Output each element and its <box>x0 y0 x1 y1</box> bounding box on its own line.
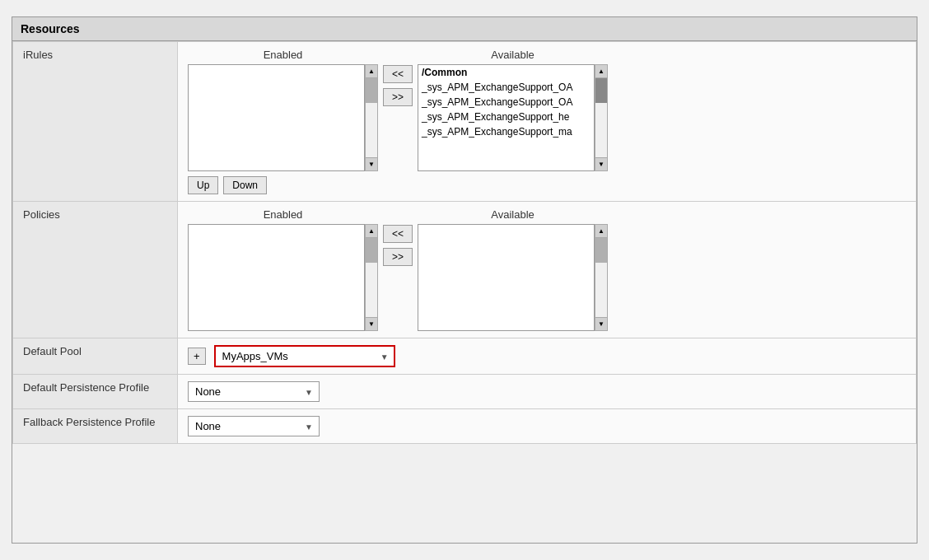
policies-move-left-button[interactable]: << <box>383 225 413 243</box>
fallback-persistence-label: Fallback Persistence Profile <box>13 409 178 444</box>
irules-content: Enabled ▲ ▼ <box>178 42 917 202</box>
policies-enabled-section: Enabled ▲ ▼ <box>188 208 378 331</box>
policies-enabled-listbox-wrapper: ▲ ▼ <box>188 224 378 331</box>
default-persistence-row: Default Persistence Profile None ▼ <box>13 375 917 409</box>
policies-row: Policies Enabled ▲ ▼ <box>13 202 917 338</box>
irules-available-scrollbar[interactable]: ▲ ▼ <box>595 64 608 171</box>
fallback-persistence-content: None ▼ <box>178 409 917 444</box>
policies-available-listbox[interactable] <box>418 224 595 331</box>
default-pool-select[interactable]: MyApps_VMs None <box>214 345 395 367</box>
default-persistence-select-wrapper: None ▼ <box>188 381 320 402</box>
policies-available-listbox-wrapper: ▲ ▼ <box>418 224 608 331</box>
irules-enabled-scroll-track <box>366 78 377 157</box>
policies-enabled-scrollbar[interactable]: ▲ ▼ <box>365 224 378 331</box>
irules-enabled-section: Enabled ▲ ▼ <box>188 49 378 171</box>
irules-available-item-4[interactable]: _sys_APM_ExchangeSupport_ma <box>418 124 594 139</box>
policies-content: Enabled ▲ ▼ <box>178 202 917 338</box>
panel-title: Resources <box>12 17 917 41</box>
policies-enabled-scroll-up[interactable]: ▲ <box>366 225 377 238</box>
policies-available-section: Available ▲ ▼ <box>418 208 608 331</box>
irules-available-item-2[interactable]: _sys_APM_ExchangeSupport_OA <box>418 95 594 110</box>
policies-dual-list: Enabled ▲ ▼ <box>188 208 906 331</box>
policies-available-scrollbar[interactable]: ▲ ▼ <box>595 224 608 331</box>
policies-available-scroll-up[interactable]: ▲ <box>595 225 607 238</box>
policies-available-scroll-track <box>595 238 607 317</box>
fallback-persistence-select[interactable]: None <box>188 416 320 436</box>
fallback-persistence-select-wrapper: None ▼ <box>188 416 320 436</box>
default-persistence-label: Default Persistence Profile <box>13 375 178 409</box>
irules-enabled-listbox-wrapper: ▲ ▼ <box>188 64 378 171</box>
policies-available-label: Available <box>491 208 535 221</box>
policies-enabled-scroll-down[interactable]: ▼ <box>366 317 377 330</box>
irules-available-scroll-up[interactable]: ▲ <box>595 65 607 78</box>
irules-available-label: Available <box>491 49 535 61</box>
irules-updown-buttons: Up Down <box>188 176 906 194</box>
irules-enabled-scroll-thumb <box>366 78 377 103</box>
irules-transfer-buttons: << >> <box>383 65 413 106</box>
policies-enabled-listbox[interactable] <box>188 224 365 331</box>
default-pool-plus-button[interactable]: + <box>188 348 206 365</box>
irules-available-item-1[interactable]: _sys_APM_ExchangeSupport_OA <box>418 80 594 95</box>
policies-enabled-scroll-thumb <box>366 238 377 263</box>
irules-available-scroll-track <box>595 78 607 157</box>
policies-label: Policies <box>13 202 178 338</box>
irules-available-listbox[interactable]: /Common _sys_APM_ExchangeSupport_OA _sys… <box>418 64 595 171</box>
default-persistence-select[interactable]: None <box>188 381 320 402</box>
policies-move-right-button[interactable]: >> <box>383 248 413 266</box>
policies-transfer-buttons: << >> <box>383 225 413 266</box>
irules-available-section: Available /Common _sys_APM_ExchangeSuppo… <box>418 49 608 171</box>
default-pool-label: Default Pool <box>13 338 178 375</box>
default-pool-field-row: + MyApps_VMs None ▼ <box>188 345 906 367</box>
irules-enabled-scroll-up[interactable]: ▲ <box>366 65 377 78</box>
irules-enabled-listbox[interactable] <box>188 64 365 171</box>
irules-move-left-button[interactable]: << <box>383 65 413 83</box>
policies-available-scroll-down[interactable]: ▼ <box>595 317 607 330</box>
irules-available-listbox-wrapper: /Common _sys_APM_ExchangeSupport_OA _sys… <box>418 64 608 171</box>
irules-up-button[interactable]: Up <box>188 176 218 194</box>
default-persistence-content: None ▼ <box>178 375 917 409</box>
irules-enabled-scrollbar[interactable]: ▲ ▼ <box>365 64 378 171</box>
irules-available-item-0[interactable]: /Common <box>418 65 594 80</box>
irules-move-right-button[interactable]: >> <box>383 88 413 106</box>
irules-available-item-3[interactable]: _sys_APM_ExchangeSupport_he <box>418 110 594 124</box>
irules-down-button[interactable]: Down <box>223 176 267 194</box>
irules-available-scroll-down[interactable]: ▼ <box>595 157 607 170</box>
irules-available-scroll-thumb <box>595 78 607 103</box>
irules-enabled-scroll-down[interactable]: ▼ <box>366 157 377 170</box>
fallback-persistence-row: Fallback Persistence Profile None ▼ <box>13 409 917 444</box>
irules-enabled-label: Enabled <box>264 49 303 61</box>
resources-panel: Resources iRules Enabled ▲ <box>12 16 917 544</box>
irules-row: iRules Enabled ▲ <box>13 42 917 202</box>
default-pool-content: + MyApps_VMs None ▼ <box>178 338 917 375</box>
policies-available-scroll-thumb <box>595 238 607 263</box>
default-pool-row: Default Pool + MyApps_VMs None ▼ <box>13 338 917 375</box>
policies-enabled-label: Enabled <box>264 208 303 221</box>
irules-label: iRules <box>13 42 178 202</box>
default-pool-select-wrapper: MyApps_VMs None ▼ <box>214 345 395 367</box>
policies-enabled-scroll-track <box>366 238 377 317</box>
irules-dual-list: Enabled ▲ ▼ <box>188 49 906 171</box>
